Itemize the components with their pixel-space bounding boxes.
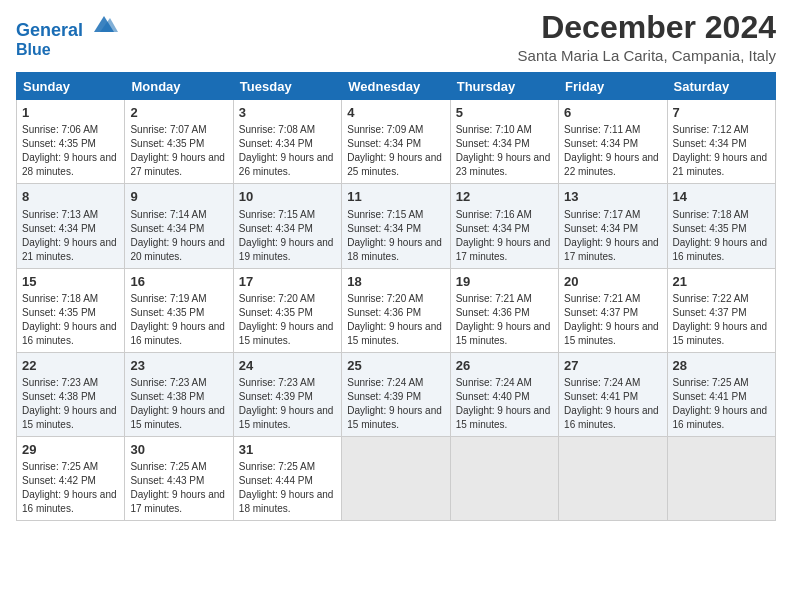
calendar-week-3: 15Sunrise: 7:18 AMSunset: 4:35 PMDayligh…	[17, 268, 776, 352]
day-info: Sunrise: 7:06 AMSunset: 4:35 PMDaylight:…	[22, 123, 119, 179]
day-number: 19	[456, 273, 553, 291]
calendar-cell: 10Sunrise: 7:15 AMSunset: 4:34 PMDayligh…	[233, 184, 341, 268]
day-info: Sunrise: 7:14 AMSunset: 4:34 PMDaylight:…	[130, 208, 227, 264]
day-info: Sunrise: 7:23 AMSunset: 4:38 PMDaylight:…	[130, 376, 227, 432]
calendar-cell: 19Sunrise: 7:21 AMSunset: 4:36 PMDayligh…	[450, 268, 558, 352]
day-number: 14	[673, 188, 770, 206]
day-number: 2	[130, 104, 227, 122]
logo-blue: Blue	[16, 41, 118, 59]
day-info: Sunrise: 7:18 AMSunset: 4:35 PMDaylight:…	[22, 292, 119, 348]
calendar-week-5: 29Sunrise: 7:25 AMSunset: 4:42 PMDayligh…	[17, 436, 776, 520]
calendar-week-4: 22Sunrise: 7:23 AMSunset: 4:38 PMDayligh…	[17, 352, 776, 436]
calendar-cell: 27Sunrise: 7:24 AMSunset: 4:41 PMDayligh…	[559, 352, 667, 436]
calendar-cell: 12Sunrise: 7:16 AMSunset: 4:34 PMDayligh…	[450, 184, 558, 268]
day-info: Sunrise: 7:25 AMSunset: 4:44 PMDaylight:…	[239, 460, 336, 516]
day-info: Sunrise: 7:24 AMSunset: 4:41 PMDaylight:…	[564, 376, 661, 432]
calendar-cell: 7Sunrise: 7:12 AMSunset: 4:34 PMDaylight…	[667, 100, 775, 184]
calendar-cell: 25Sunrise: 7:24 AMSunset: 4:39 PMDayligh…	[342, 352, 450, 436]
calendar-cell: 29Sunrise: 7:25 AMSunset: 4:42 PMDayligh…	[17, 436, 125, 520]
calendar-cell: 28Sunrise: 7:25 AMSunset: 4:41 PMDayligh…	[667, 352, 775, 436]
day-info: Sunrise: 7:25 AMSunset: 4:43 PMDaylight:…	[130, 460, 227, 516]
calendar-cell	[667, 436, 775, 520]
calendar-cell: 24Sunrise: 7:23 AMSunset: 4:39 PMDayligh…	[233, 352, 341, 436]
day-number: 6	[564, 104, 661, 122]
day-info: Sunrise: 7:19 AMSunset: 4:35 PMDaylight:…	[130, 292, 227, 348]
calendar-cell: 31Sunrise: 7:25 AMSunset: 4:44 PMDayligh…	[233, 436, 341, 520]
subtitle: Santa Maria La Carita, Campania, Italy	[518, 47, 776, 64]
day-info: Sunrise: 7:17 AMSunset: 4:34 PMDaylight:…	[564, 208, 661, 264]
calendar-cell: 14Sunrise: 7:18 AMSunset: 4:35 PMDayligh…	[667, 184, 775, 268]
calendar-table: SundayMondayTuesdayWednesdayThursdayFrid…	[16, 72, 776, 521]
day-number: 21	[673, 273, 770, 291]
day-number: 13	[564, 188, 661, 206]
calendar-cell: 8Sunrise: 7:13 AMSunset: 4:34 PMDaylight…	[17, 184, 125, 268]
day-info: Sunrise: 7:25 AMSunset: 4:41 PMDaylight:…	[673, 376, 770, 432]
logo-text: General	[16, 14, 118, 41]
day-number: 26	[456, 357, 553, 375]
calendar-cell: 3Sunrise: 7:08 AMSunset: 4:34 PMDaylight…	[233, 100, 341, 184]
day-info: Sunrise: 7:24 AMSunset: 4:40 PMDaylight:…	[456, 376, 553, 432]
logo-icon	[90, 14, 118, 36]
day-number: 20	[564, 273, 661, 291]
day-info: Sunrise: 7:13 AMSunset: 4:34 PMDaylight:…	[22, 208, 119, 264]
page-header: General Blue December 2024 Santa Maria L…	[16, 10, 776, 64]
day-info: Sunrise: 7:08 AMSunset: 4:34 PMDaylight:…	[239, 123, 336, 179]
calendar-cell: 23Sunrise: 7:23 AMSunset: 4:38 PMDayligh…	[125, 352, 233, 436]
calendar-week-1: 1Sunrise: 7:06 AMSunset: 4:35 PMDaylight…	[17, 100, 776, 184]
day-info: Sunrise: 7:11 AMSunset: 4:34 PMDaylight:…	[564, 123, 661, 179]
day-number: 10	[239, 188, 336, 206]
day-number: 30	[130, 441, 227, 459]
calendar-cell: 11Sunrise: 7:15 AMSunset: 4:34 PMDayligh…	[342, 184, 450, 268]
main-title: December 2024	[518, 10, 776, 45]
calendar-cell: 1Sunrise: 7:06 AMSunset: 4:35 PMDaylight…	[17, 100, 125, 184]
day-number: 5	[456, 104, 553, 122]
day-info: Sunrise: 7:16 AMSunset: 4:34 PMDaylight:…	[456, 208, 553, 264]
day-number: 16	[130, 273, 227, 291]
day-number: 28	[673, 357, 770, 375]
day-info: Sunrise: 7:21 AMSunset: 4:37 PMDaylight:…	[564, 292, 661, 348]
day-number: 24	[239, 357, 336, 375]
weekday-header-thursday: Thursday	[450, 73, 558, 100]
day-number: 1	[22, 104, 119, 122]
calendar-cell: 5Sunrise: 7:10 AMSunset: 4:34 PMDaylight…	[450, 100, 558, 184]
calendar-cell: 16Sunrise: 7:19 AMSunset: 4:35 PMDayligh…	[125, 268, 233, 352]
calendar-cell	[559, 436, 667, 520]
weekday-header-friday: Friday	[559, 73, 667, 100]
calendar-cell	[342, 436, 450, 520]
calendar-cell	[450, 436, 558, 520]
day-info: Sunrise: 7:23 AMSunset: 4:38 PMDaylight:…	[22, 376, 119, 432]
calendar-cell: 26Sunrise: 7:24 AMSunset: 4:40 PMDayligh…	[450, 352, 558, 436]
calendar-cell: 9Sunrise: 7:14 AMSunset: 4:34 PMDaylight…	[125, 184, 233, 268]
day-number: 7	[673, 104, 770, 122]
day-number: 12	[456, 188, 553, 206]
calendar-cell: 2Sunrise: 7:07 AMSunset: 4:35 PMDaylight…	[125, 100, 233, 184]
day-number: 29	[22, 441, 119, 459]
day-info: Sunrise: 7:07 AMSunset: 4:35 PMDaylight:…	[130, 123, 227, 179]
calendar-cell: 22Sunrise: 7:23 AMSunset: 4:38 PMDayligh…	[17, 352, 125, 436]
day-info: Sunrise: 7:15 AMSunset: 4:34 PMDaylight:…	[239, 208, 336, 264]
day-number: 18	[347, 273, 444, 291]
day-info: Sunrise: 7:24 AMSunset: 4:39 PMDaylight:…	[347, 376, 444, 432]
day-info: Sunrise: 7:18 AMSunset: 4:35 PMDaylight:…	[673, 208, 770, 264]
day-number: 15	[22, 273, 119, 291]
day-number: 31	[239, 441, 336, 459]
day-info: Sunrise: 7:22 AMSunset: 4:37 PMDaylight:…	[673, 292, 770, 348]
calendar-cell: 13Sunrise: 7:17 AMSunset: 4:34 PMDayligh…	[559, 184, 667, 268]
calendar-body: 1Sunrise: 7:06 AMSunset: 4:35 PMDaylight…	[17, 100, 776, 521]
weekday-header-saturday: Saturday	[667, 73, 775, 100]
calendar-cell: 17Sunrise: 7:20 AMSunset: 4:35 PMDayligh…	[233, 268, 341, 352]
day-info: Sunrise: 7:25 AMSunset: 4:42 PMDaylight:…	[22, 460, 119, 516]
day-info: Sunrise: 7:21 AMSunset: 4:36 PMDaylight:…	[456, 292, 553, 348]
day-number: 27	[564, 357, 661, 375]
calendar-cell: 6Sunrise: 7:11 AMSunset: 4:34 PMDaylight…	[559, 100, 667, 184]
day-number: 11	[347, 188, 444, 206]
logo: General Blue	[16, 14, 118, 58]
calendar-cell: 20Sunrise: 7:21 AMSunset: 4:37 PMDayligh…	[559, 268, 667, 352]
weekday-header-monday: Monday	[125, 73, 233, 100]
calendar-cell: 21Sunrise: 7:22 AMSunset: 4:37 PMDayligh…	[667, 268, 775, 352]
day-number: 3	[239, 104, 336, 122]
calendar-cell: 4Sunrise: 7:09 AMSunset: 4:34 PMDaylight…	[342, 100, 450, 184]
calendar-header-row: SundayMondayTuesdayWednesdayThursdayFrid…	[17, 73, 776, 100]
day-number: 9	[130, 188, 227, 206]
day-info: Sunrise: 7:12 AMSunset: 4:34 PMDaylight:…	[673, 123, 770, 179]
